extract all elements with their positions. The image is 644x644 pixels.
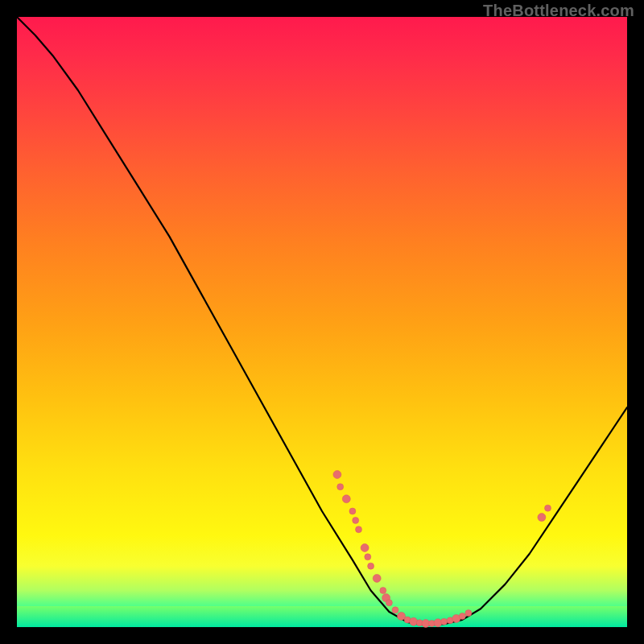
data-point <box>386 600 392 606</box>
data-point <box>545 505 551 511</box>
data-point <box>337 484 344 490</box>
chart-svg <box>17 17 627 627</box>
data-point <box>441 618 448 625</box>
bottleneck-curve <box>17 17 627 625</box>
data-point <box>361 544 369 552</box>
data-point <box>365 554 371 560</box>
data-points-group <box>333 471 551 628</box>
data-point <box>465 610 472 617</box>
data-point <box>410 617 418 625</box>
data-point <box>459 613 465 619</box>
data-point <box>538 514 546 522</box>
data-point <box>373 574 381 582</box>
data-point <box>368 563 374 569</box>
data-point <box>349 508 356 514</box>
data-point <box>380 588 386 594</box>
watermark-text: TheBottleneck.com <box>483 2 634 20</box>
data-point <box>392 607 398 613</box>
chart-plot-area <box>17 17 627 627</box>
data-point <box>434 619 442 627</box>
data-point <box>356 526 362 533</box>
data-point <box>333 471 341 479</box>
data-point <box>342 495 350 503</box>
data-point <box>353 517 359 523</box>
